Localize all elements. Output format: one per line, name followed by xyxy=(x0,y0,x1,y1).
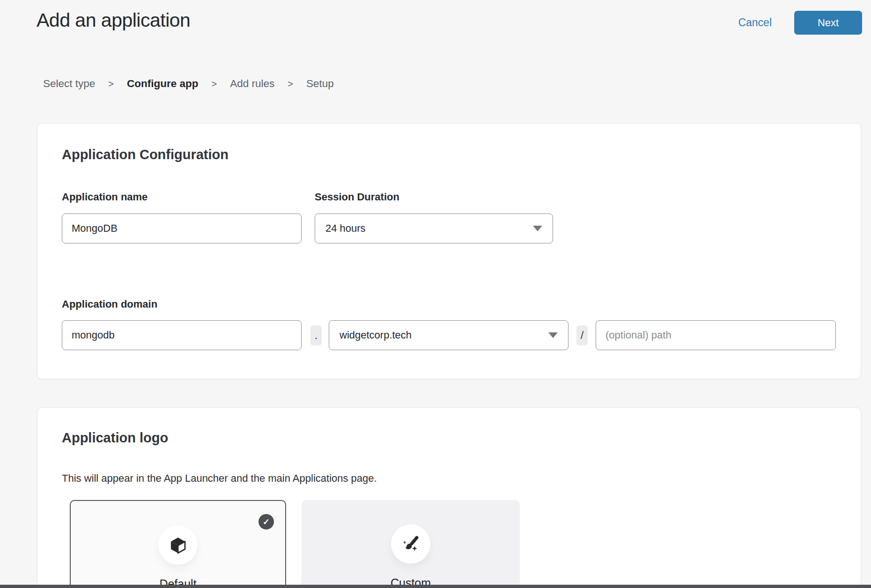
step-select-type[interactable]: Select type xyxy=(43,78,95,90)
application-domain-label: Application domain xyxy=(62,298,157,310)
domain-value: widgetcorp.tech xyxy=(340,329,412,341)
application-name-input[interactable] xyxy=(62,213,302,243)
next-button[interactable]: Next xyxy=(794,11,862,35)
step-setup[interactable]: Setup xyxy=(306,78,334,90)
logo-option-custom[interactable]: Custom xyxy=(302,500,520,588)
dot-separator: . xyxy=(310,325,322,345)
cube-icon xyxy=(169,536,187,554)
session-duration-select[interactable]: 24 hours xyxy=(315,213,553,243)
chevron-down-icon xyxy=(533,226,542,231)
application-domain-row: . widgetcorp.tech / xyxy=(62,320,836,350)
default-logo-circle xyxy=(158,525,198,565)
path-input[interactable] xyxy=(596,320,836,350)
subdomain-input[interactable] xyxy=(62,320,302,350)
custom-logo-circle xyxy=(391,524,430,564)
application-configuration-card: Application Configuration Application na… xyxy=(37,123,861,379)
application-logo-card: Application logo This will appear in the… xyxy=(37,407,861,588)
breadcrumb-separator: > xyxy=(288,79,293,89)
session-duration-label: Session Duration xyxy=(315,191,399,203)
step-configure-app[interactable]: Configure app xyxy=(127,78,199,90)
application-logo-description: This will appear in the App Launcher and… xyxy=(62,472,377,485)
paintbrush-icon xyxy=(400,534,421,554)
application-name-label: Application name xyxy=(62,191,148,203)
step-add-rules[interactable]: Add rules xyxy=(230,78,274,90)
session-duration-value: 24 hours xyxy=(325,222,366,235)
chevron-down-icon xyxy=(548,332,558,338)
breadcrumb-separator: > xyxy=(212,79,217,89)
bottom-edge-bar xyxy=(0,585,871,588)
breadcrumb-separator: > xyxy=(108,79,114,89)
slash-separator: / xyxy=(576,325,588,345)
logo-option-default[interactable]: ✓ Default xyxy=(70,500,286,588)
cancel-button[interactable]: Cancel xyxy=(738,16,772,29)
application-logo-heading: Application logo xyxy=(62,430,168,446)
page-title: Add an application xyxy=(37,9,190,31)
domain-select[interactable]: widgetcorp.tech xyxy=(329,320,568,350)
application-configuration-heading: Application Configuration xyxy=(62,147,229,162)
selected-check-icon: ✓ xyxy=(258,514,274,529)
breadcrumb: Select type > Configure app > Add rules … xyxy=(43,78,334,90)
header-actions: Cancel Next xyxy=(738,11,862,35)
